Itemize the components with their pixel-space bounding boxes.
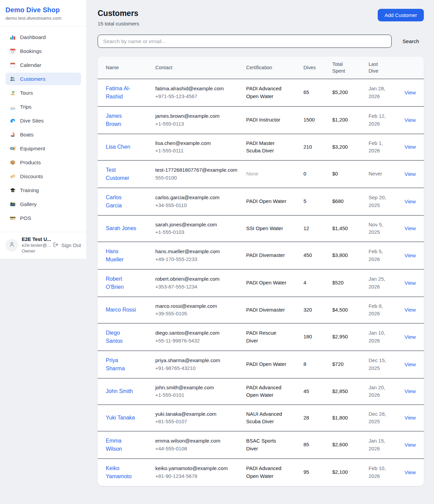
sidebar-item-dashboard[interactable]: Dashboard	[5, 31, 81, 43]
sidebar-item-boats[interactable]: Boats	[5, 128, 81, 141]
sidebar-item-products[interactable]: Products	[5, 156, 81, 169]
sidebar-item-bookings[interactable]: 17 Bookings	[5, 45, 81, 57]
customer-certification: PADI Rescue Diver	[246, 329, 288, 344]
customer-name-link[interactable]: Lisa Chen	[106, 144, 130, 150]
sidebar-item-pos[interactable]: POS	[5, 212, 81, 224]
column-header-dives: Dives	[303, 64, 329, 71]
customer-last-dive: Nov 5, 2025	[369, 221, 396, 236]
add-customer-button[interactable]: Add Customer	[378, 9, 424, 21]
customer-certification: PADI Open Water	[246, 279, 288, 287]
sidebar-item-trips[interactable]: Trips	[5, 100, 81, 113]
sidebar-item-discounts[interactable]: Discounts	[5, 170, 81, 183]
view-customer-link[interactable]: View	[405, 199, 416, 204]
customer-dives: 85	[303, 431, 332, 459]
view-customer-link[interactable]: View	[405, 442, 416, 448]
sign-out-button[interactable]: Sign Out	[53, 242, 81, 249]
sidebar-item-label: Boats	[20, 132, 34, 138]
view-customer-link[interactable]: View	[405, 280, 416, 286]
customer-total-spent: $2,850	[332, 378, 369, 405]
table-row: Lisa Chen lisa.chen@example.com +1-555-0…	[98, 134, 424, 160]
page-title-block: Customers 15 total customers	[98, 9, 139, 26]
sidebar-item-gallery[interactable]: Gallery	[5, 198, 81, 210]
customer-certification: BSAC Sports Diver	[246, 437, 288, 452]
customer-phone: +34-555-0110	[155, 202, 239, 209]
customer-certification: PADI Advanced Open Water	[246, 384, 288, 399]
customer-name-link[interactable]: Hans Mueller	[106, 248, 123, 262]
customer-name-link[interactable]: Emma Wilson	[106, 438, 122, 452]
customer-phone: +44-555-0108	[155, 445, 239, 453]
sidebar-item-equipment[interactable]: Equipment	[5, 142, 81, 155]
view-customer-link[interactable]: View	[405, 469, 416, 475]
view-customer-link[interactable]: View	[405, 225, 416, 231]
customer-dives: 95	[303, 459, 332, 486]
customer-email: carlos.garcia@example.com	[155, 194, 239, 202]
sidebar-item-tours[interactable]: Tours	[5, 87, 81, 99]
sidebar-item-label: Training	[20, 187, 39, 193]
customer-name-link[interactable]: Yuki Tanaka	[106, 415, 135, 421]
customer-name-link[interactable]: Fatima Al-Rashid	[106, 86, 130, 99]
customer-last-dive: Feb 5, 2026	[369, 248, 396, 263]
search-input[interactable]	[98, 35, 392, 48]
tag-icon	[9, 173, 16, 180]
table-row: Keiko Yamamoto keiko.yamamoto@example.co…	[98, 459, 424, 486]
speedboat-icon	[9, 104, 16, 110]
customer-certification: PADI Open Water	[246, 198, 288, 205]
customer-name-link[interactable]: John Smith	[106, 388, 133, 394]
customer-certification: PADI Advanced Open Water	[246, 465, 288, 480]
customer-phone: +971-55-123-4567	[155, 93, 239, 100]
view-customer-link[interactable]: View	[405, 90, 416, 95]
sidebar-item-label: Customers	[20, 76, 45, 82]
customer-dives: 8	[303, 351, 332, 378]
view-customer-link[interactable]: View	[405, 253, 416, 258]
customer-last-dive: Dec 15, 2025	[369, 357, 396, 372]
customer-name-link[interactable]: Keiko Yamamoto	[106, 465, 132, 479]
customer-name-link[interactable]: Marco Rossi	[106, 307, 136, 313]
customer-email: yuki.tanaka@example.com	[155, 410, 239, 418]
view-customer-link[interactable]: View	[405, 361, 416, 367]
sidebar-item-calendar[interactable]: Calendar	[5, 59, 81, 71]
customer-name-link[interactable]: James Brown	[106, 113, 122, 127]
user-email: e2e-tester@...	[22, 243, 49, 248]
column-header-contact: Contact	[155, 64, 243, 71]
customer-certification: PADI Open Water	[246, 360, 288, 368]
customer-phone: +1-555-0111	[155, 147, 239, 155]
customer-name-link[interactable]: Carlos Garcia	[106, 194, 122, 208]
customer-dives: 45	[303, 378, 332, 405]
customer-email: diego.santos@example.com	[155, 329, 239, 337]
sign-out-label: Sign Out	[61, 242, 81, 248]
view-customer-link[interactable]: View	[405, 307, 416, 313]
dive-mask-icon	[9, 145, 16, 152]
customer-last-dive: Jan 20, 2026	[369, 384, 396, 399]
sidebar: Demo Dive Shop demo.test.divestreams.com…	[0, 0, 87, 259]
customer-last-dive: Feb 12, 2026	[369, 112, 396, 128]
view-customer-link[interactable]: View	[405, 388, 416, 394]
customer-name-link[interactable]: Test Customer	[106, 167, 129, 181]
search-button[interactable]: Search	[400, 38, 421, 44]
view-customer-link[interactable]: View	[405, 117, 416, 123]
person-icon	[8, 241, 15, 249]
customer-total-spent: $4,500	[332, 297, 369, 323]
customer-total-spent: $720	[332, 351, 369, 378]
view-customer-link[interactable]: View	[405, 334, 416, 340]
customer-total-spent: $3,800	[332, 242, 369, 269]
sidebar-item-label: Dive Sites	[20, 118, 44, 124]
view-customer-link[interactable]: View	[405, 171, 416, 177]
customer-name-link[interactable]: Robert O'Brien	[106, 276, 124, 290]
customer-email: robert.obrien@example.com	[155, 275, 239, 283]
table-row: Yuki Tanaka yuki.tanaka@example.com +81-…	[98, 405, 424, 431]
customer-email: lisa.chen@example.com	[155, 139, 239, 147]
sidebar-item-training[interactable]: Training	[5, 184, 81, 197]
customer-name-link[interactable]: Sarah Jones	[106, 225, 136, 231]
customer-name-link[interactable]: Diego Santos	[106, 330, 123, 344]
table-row: John Smith john.smith@example.com +1-555…	[98, 378, 424, 405]
sidebar-item-dive-sites[interactable]: Dive Sites	[5, 114, 81, 127]
sidebar-item-label: Dashboard	[20, 34, 46, 40]
table-row: Sarah Jones sarah.jones@example.com +1-5…	[98, 215, 424, 242]
customer-name-link[interactable]: Priya Sharma	[106, 357, 125, 371]
view-customer-link[interactable]: View	[405, 144, 416, 150]
customer-email: john.smith@example.com	[155, 384, 239, 392]
view-customer-link[interactable]: View	[405, 415, 416, 421]
sidebar-item-customers[interactable]: Customers	[5, 73, 81, 85]
customer-total-spent: $1,200	[332, 106, 369, 134]
customer-total-spent: $2,100	[332, 459, 369, 486]
